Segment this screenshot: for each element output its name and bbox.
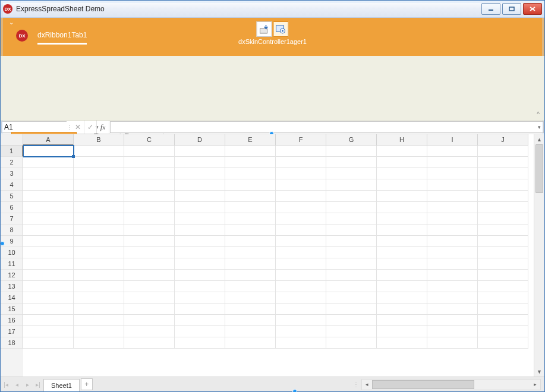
cell[interactable] <box>74 281 124 292</box>
cell[interactable] <box>225 304 276 315</box>
cell[interactable] <box>276 315 326 326</box>
cell[interactable] <box>124 304 175 315</box>
cell[interactable] <box>124 292 175 304</box>
formula-expand-icon[interactable]: ▾ <box>535 124 543 130</box>
cell[interactable] <box>124 168 175 179</box>
cell[interactable] <box>478 326 528 337</box>
cell[interactable] <box>478 213 528 225</box>
scroll-right-icon[interactable]: ▸ <box>530 380 540 389</box>
horizontal-scrollbar[interactable]: ◂ ▸ <box>361 379 541 390</box>
cell[interactable] <box>175 157 225 168</box>
cell[interactable] <box>175 247 225 258</box>
cell[interactable] <box>225 270 276 281</box>
scroll-down-icon[interactable]: ▼ <box>534 366 544 377</box>
cell[interactable] <box>377 179 427 191</box>
cell[interactable] <box>225 326 276 337</box>
cell[interactable] <box>427 304 478 315</box>
cell[interactable] <box>377 247 427 258</box>
row-header[interactable]: 4 <box>1 179 23 191</box>
cell[interactable] <box>377 213 427 225</box>
cell[interactable] <box>74 191 124 202</box>
cell[interactable] <box>427 191 478 202</box>
vertical-scrollbar[interactable]: ▲ ▼ <box>534 134 544 377</box>
cell[interactable] <box>225 202 276 213</box>
cell[interactable] <box>124 225 175 236</box>
cell[interactable] <box>377 168 427 179</box>
row-header[interactable]: 17 <box>1 326 23 337</box>
row-header[interactable]: 11 <box>1 258 23 270</box>
hscroll-resize-grip[interactable]: ⋮ <box>351 381 361 388</box>
row-header[interactable]: 3 <box>1 168 23 179</box>
row-header[interactable]: 13 <box>1 281 23 292</box>
cell[interactable] <box>276 202 326 213</box>
prev-sheet-icon[interactable]: ◂ <box>11 379 22 390</box>
column-header[interactable]: C <box>124 134 175 146</box>
cell[interactable] <box>326 213 377 225</box>
row-header[interactable]: 1 <box>1 146 23 157</box>
cell[interactable] <box>23 179 74 191</box>
designer-component-icon-1[interactable] <box>256 21 272 37</box>
cell[interactable] <box>478 292 528 304</box>
row-header[interactable]: 10 <box>1 247 23 258</box>
cell[interactable] <box>225 337 276 349</box>
cell[interactable] <box>23 191 74 202</box>
row-header[interactable]: 7 <box>1 213 23 225</box>
cell[interactable] <box>225 292 276 304</box>
cell[interactable] <box>23 270 74 281</box>
cell[interactable] <box>276 281 326 292</box>
cell[interactable] <box>276 236 326 247</box>
cell[interactable] <box>175 225 225 236</box>
cell[interactable] <box>225 191 276 202</box>
cell[interactable] <box>74 213 124 225</box>
row-header[interactable]: 6 <box>1 202 23 213</box>
cell[interactable] <box>74 157 124 168</box>
cell[interactable] <box>377 326 427 337</box>
cell[interactable] <box>175 326 225 337</box>
collapse-ribbon-icon[interactable]: ^ <box>537 111 540 118</box>
row-header[interactable]: 14 <box>1 292 23 304</box>
cell[interactable] <box>23 213 74 225</box>
cell[interactable] <box>124 236 175 247</box>
cell[interactable] <box>276 258 326 270</box>
cell[interactable] <box>478 304 528 315</box>
cell[interactable] <box>377 337 427 349</box>
cell[interactable] <box>326 281 377 292</box>
cell[interactable] <box>326 179 377 191</box>
cell[interactable] <box>427 168 478 179</box>
close-button[interactable] <box>523 3 542 15</box>
cell[interactable] <box>478 179 528 191</box>
cell[interactable] <box>377 236 427 247</box>
minimize-button[interactable] <box>481 3 500 15</box>
cell[interactable] <box>23 225 74 236</box>
quick-access-dropdown-icon[interactable]: ⌄ <box>9 19 14 26</box>
cell[interactable] <box>276 270 326 281</box>
cell[interactable] <box>124 326 175 337</box>
cell[interactable] <box>326 202 377 213</box>
designer-component-icon-2[interactable] <box>273 21 288 37</box>
horizontal-scroll-thumb[interactable] <box>372 380 474 389</box>
column-header[interactable]: F <box>276 134 326 146</box>
cell[interactable] <box>124 247 175 258</box>
cell[interactable] <box>124 315 175 326</box>
cell[interactable] <box>74 236 124 247</box>
cell[interactable] <box>478 337 528 349</box>
cell[interactable] <box>175 281 225 292</box>
cell[interactable] <box>377 258 427 270</box>
cell[interactable] <box>23 146 74 157</box>
cell[interactable] <box>377 315 427 326</box>
cell[interactable] <box>74 304 124 315</box>
cell[interactable] <box>175 270 225 281</box>
cell[interactable] <box>377 225 427 236</box>
cell[interactable] <box>74 179 124 191</box>
cell[interactable] <box>225 281 276 292</box>
add-sheet-button[interactable]: + <box>81 378 93 390</box>
cell[interactable] <box>326 191 377 202</box>
row-header[interactable]: 15 <box>1 304 23 315</box>
cell[interactable] <box>74 315 124 326</box>
cell[interactable] <box>23 236 74 247</box>
cell[interactable] <box>124 179 175 191</box>
cell[interactable] <box>326 236 377 247</box>
cell[interactable] <box>124 281 175 292</box>
column-header[interactable]: E <box>225 134 276 146</box>
cell[interactable] <box>23 157 74 168</box>
